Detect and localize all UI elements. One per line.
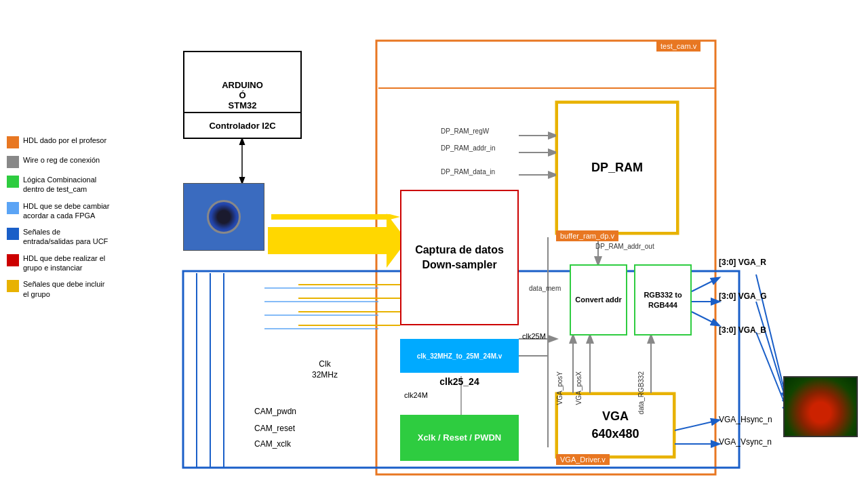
clk25m-label: clk25M: [522, 332, 546, 340]
monitor-display: [783, 376, 858, 437]
legend-item-gray: Wire o reg de conexión: [7, 155, 111, 168]
vga-hsync-label: VGA_Hsync_n: [719, 415, 772, 424]
vga-label: VGA640x480: [591, 408, 639, 442]
arduino-line2: Ó: [239, 90, 245, 100]
arduino-line3: STM32: [229, 100, 257, 110]
svg-line-27: [675, 420, 719, 430]
legend-item-darkblue: Señales de entrada/salidas para UCF: [7, 227, 111, 247]
vga-driver-label: VGA_Driver.v: [556, 454, 610, 465]
svg-line-21: [692, 278, 719, 291]
rgb-label: RGB332 to RGB444: [635, 290, 690, 310]
rgb-convert-box: RGB332 to RGB444: [634, 264, 692, 336]
svg-marker-4: [271, 230, 414, 251]
vga-b-label: [3:0] VGA_B: [719, 325, 766, 335]
captura-label: Captura de datos Down-sampler: [401, 243, 517, 273]
signal-dp-ram-regw: DP_RAM_regW: [441, 127, 489, 135]
signal-data-rgb332: data_RGB332: [637, 371, 645, 414]
xclk-label: Xclk / Reset / PWDN: [418, 432, 502, 444]
svg-marker-6: [390, 214, 400, 220]
clk-32mhz-label: Clk32MHz: [312, 359, 338, 380]
i2c-box: Controlador I2C: [183, 112, 302, 139]
cam-reset-label: CAM_reset: [254, 424, 295, 433]
cam-xclk-label: CAM_xclk: [254, 439, 291, 449]
convert-label: Convert addr: [575, 295, 621, 304]
camera-image: [183, 183, 264, 251]
legend-color-yellow: [7, 280, 19, 292]
xclk-box: Xclk / Reset / PWDN: [400, 415, 519, 461]
clk-label: clk_32MHZ_to_25M_24M.v: [417, 352, 502, 360]
legend-item-yellow: Señales que debe incluir el grupo: [7, 279, 111, 299]
test-cam-label: test_cam.v: [656, 41, 701, 52]
legend-text-darkblue: Señales de entrada/salidas para UCF: [23, 227, 111, 247]
vga-vsync-label: VGA_Vsync_n: [719, 437, 772, 447]
legend-text-orange: HDL dado por el profesor: [23, 136, 106, 145]
signal-data-mem: data_mem: [529, 285, 561, 292]
buffer-label: buffer_ram_dp.v: [556, 230, 618, 241]
svg-marker-34: [268, 214, 407, 268]
legend-item-green: Lógica Combinacional dentro de test_cam: [7, 175, 111, 195]
legend-color-darkblue: [7, 228, 19, 240]
signal-vga-posx: VGA_posX: [575, 371, 583, 405]
captura-box: Captura de datos Down-sampler: [400, 190, 519, 325]
i2c-label: Controlador I2C: [209, 121, 275, 131]
clk-box: clk_32MHZ_to_25M_24M.v: [400, 339, 519, 373]
dpram-label: DP_RAM: [591, 161, 643, 175]
convert-addr-box: Convert addr: [570, 264, 627, 336]
clk25-text: clk25_24: [400, 376, 519, 387]
diagram-container: HDL dado por el profesor Wire o reg de c…: [0, 0, 868, 488]
camera-lens: [207, 200, 241, 234]
vga-g-label: [3:0] VGA_G: [719, 291, 767, 301]
legend-item-lightblue: HDL que se debe cambiar acordar a cada F…: [7, 201, 111, 221]
legend-text-red: HDL que debe realizar el grupo e instanc…: [23, 253, 111, 273]
arduino-line1: ARDUINO: [222, 80, 263, 90]
legend: HDL dado por el profesor Wire o reg de c…: [7, 136, 111, 306]
legend-text-yellow: Señales que debe incluir el grupo: [23, 279, 111, 299]
vga-box: VGA640x480: [556, 393, 675, 458]
monitor-content: [785, 378, 856, 436]
legend-color-green: [7, 176, 19, 188]
legend-color-lightblue: [7, 202, 19, 214]
legend-item-orange: HDL dado por el profesor: [7, 136, 111, 148]
legend-color-red: [7, 254, 19, 266]
vga-r-label: [3:0] VGA_R: [719, 258, 766, 267]
cam-pwdn-label: CAM_pwdn: [254, 407, 296, 416]
legend-color-orange: [7, 136, 19, 148]
legend-item-red: HDL que debe realizar el grupo e instanc…: [7, 253, 111, 273]
signal-dp-ram-addr-in: DP_RAM_addr_in: [441, 144, 496, 152]
signal-dp-ram-data-in: DP_RAM_data_in: [441, 168, 495, 176]
svg-line-23: [692, 312, 719, 325]
legend-text-gray: Wire o reg de conexión: [23, 155, 100, 165]
legend-text-lightblue: HDL que se debe cambiar acordar a cada F…: [23, 201, 111, 221]
signal-vga-posy: VGA_posY: [556, 371, 564, 405]
legend-color-gray: [7, 156, 19, 168]
clk24m-label: clk24M: [404, 391, 428, 399]
signal-dp-ram-addr-out: DP_RAM_addr_out: [595, 243, 654, 250]
dpram-box: DP_RAM: [556, 102, 678, 234]
legend-text-green: Lógica Combinacional dentro de test_cam: [23, 175, 111, 195]
